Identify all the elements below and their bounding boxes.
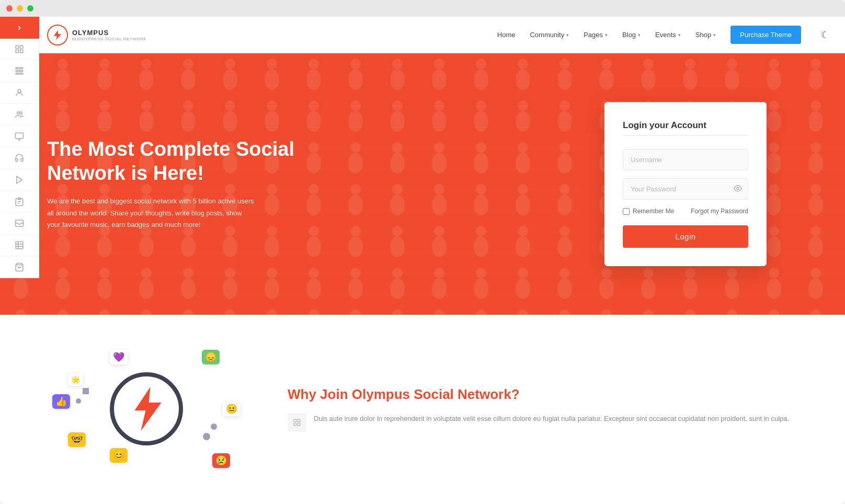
- events-chevron: ▾: [678, 32, 681, 38]
- float-emoji-neutral: 😐: [223, 403, 241, 415]
- sidebar-item-play[interactable]: [0, 169, 39, 191]
- svg-point-9: [20, 112, 22, 114]
- float-emoji-happy2: 😊: [110, 450, 128, 461]
- nav-shop[interactable]: Shop ▾: [695, 31, 716, 39]
- svg-rect-3: [20, 50, 23, 52]
- nav-events[interactable]: Events ▾: [655, 31, 681, 39]
- community-chevron: ▾: [566, 32, 569, 38]
- svg-point-7: [18, 89, 21, 93]
- browser-container: ›: [0, 17, 845, 504]
- sidebar-item-inbox[interactable]: [0, 213, 39, 235]
- sidebar-item-clipboard[interactable]: [0, 191, 39, 213]
- dark-mode-icon[interactable]: ☾: [821, 29, 829, 41]
- sidebar-item-grid[interactable]: [0, 39, 39, 61]
- why-title: Why Join Olympus Social Network?: [288, 386, 798, 403]
- why-visual: 💜 😞 🌟 👍 🤓 😊 😢 😐: [47, 346, 246, 472]
- svg-marker-29: [135, 387, 162, 431]
- svg-rect-32: [294, 423, 296, 426]
- float-emoji-sad1: 😞: [202, 351, 220, 363]
- sidebar-item-file[interactable]: [0, 60, 39, 82]
- sidebar-item-user[interactable]: [0, 82, 39, 104]
- nav-links: Home Community ▾ Pages ▾ Blog ▾ Events ▾…: [497, 26, 829, 44]
- svg-rect-6: [16, 73, 23, 74]
- hero-content: The Most Complete Social Network is Here…: [47, 138, 309, 230]
- window-chrome: [0, 0, 845, 17]
- login-divider: [623, 135, 748, 136]
- sidebar-item-table[interactable]: [0, 235, 39, 257]
- password-field-wrap: [623, 178, 748, 200]
- logo-icon: [47, 25, 68, 45]
- svg-rect-5: [16, 70, 23, 71]
- sidebar-item-headphones[interactable]: [0, 147, 39, 169]
- login-card: Login your Account Remember Me: [604, 102, 767, 266]
- why-logo-circle: [110, 372, 183, 445]
- traffic-light-green[interactable]: [27, 5, 33, 12]
- remember-me-checkbox[interactable]: [623, 208, 630, 215]
- why-join-section: 💜 😞 🌟 👍 🤓 😊 😢 😐: [0, 315, 845, 503]
- hero-section: The Most Complete Social Network is Here…: [0, 53, 845, 315]
- nav-pages[interactable]: Pages ▾: [584, 31, 608, 39]
- login-card-title: Login your Account: [623, 120, 748, 131]
- hero-description: We are the best and biggest social netwo…: [47, 196, 256, 230]
- svg-rect-4: [16, 67, 23, 68]
- hero-title: The Most Complete Social Network is Here…: [47, 138, 309, 185]
- svg-rect-2: [16, 50, 18, 52]
- sidebar-item-users[interactable]: [0, 104, 39, 126]
- svg-rect-0: [16, 45, 18, 48]
- why-content: Why Join Olympus Social Network? Duis au…: [288, 386, 798, 432]
- sidebar-item-monitor[interactable]: [0, 125, 39, 147]
- why-feature-icon: [288, 413, 306, 432]
- why-icon-row: Duis aute irure dolor in reprehenderit i…: [288, 413, 798, 432]
- svg-rect-30: [294, 419, 296, 422]
- float-emoji-thumbsup: 👍: [52, 396, 70, 407]
- username-field-wrap: [623, 149, 748, 170]
- logo-text: OLYMPUS BUDDYPRESS SOCIAL NETWORK: [72, 29, 146, 41]
- float-emoji-happy: 🌟: [68, 375, 83, 384]
- logo[interactable]: OLYMPUS BUDDYPRESS SOCIAL NETWORK: [47, 25, 146, 45]
- password-input[interactable]: [623, 178, 748, 200]
- svg-rect-33: [298, 423, 300, 426]
- why-description: Duis aute irure dolor in reprehenderit i…: [314, 413, 789, 425]
- float-emoji-heart: 💜: [110, 351, 128, 363]
- traffic-light-red[interactable]: [6, 5, 13, 12]
- svg-rect-1: [20, 45, 23, 48]
- shop-chevron: ▾: [713, 32, 716, 38]
- login-button[interactable]: Login: [623, 225, 748, 248]
- dot-4: [203, 433, 210, 440]
- dot-2: [76, 398, 81, 404]
- blog-chevron: ▾: [638, 32, 641, 38]
- float-emoji-sad2: 😢: [212, 455, 230, 466]
- password-toggle-icon[interactable]: [734, 184, 742, 194]
- svg-point-8: [17, 112, 20, 114]
- float-emoji-glasses: 🤓: [68, 434, 86, 445]
- sidebar: ›: [0, 17, 39, 278]
- forgot-password-link[interactable]: Forgot my Password: [691, 208, 748, 215]
- dot-1: [83, 388, 89, 394]
- svg-marker-24: [54, 30, 62, 39]
- nav-home[interactable]: Home: [497, 31, 516, 39]
- username-input[interactable]: [623, 149, 748, 170]
- toggle-icon: ›: [18, 22, 21, 33]
- nav-community[interactable]: Community ▾: [530, 31, 569, 39]
- sidebar-item-shop[interactable]: [0, 256, 39, 278]
- remember-me-label: Remember Me: [633, 208, 674, 215]
- nav-blog[interactable]: Blog ▾: [622, 31, 641, 39]
- svg-rect-31: [298, 419, 300, 422]
- svg-marker-13: [17, 176, 22, 184]
- svg-rect-10: [16, 133, 24, 139]
- pages-chevron: ▾: [605, 32, 608, 38]
- svg-rect-19: [16, 242, 23, 249]
- purchase-theme-button[interactable]: Purchase Theme: [730, 26, 801, 44]
- login-options: Remember Me Forgot my Password: [623, 208, 748, 215]
- traffic-light-yellow[interactable]: [17, 5, 23, 12]
- dot-3: [211, 423, 217, 430]
- sidebar-toggle[interactable]: ›: [0, 17, 39, 39]
- svg-point-28: [737, 187, 739, 189]
- navbar: OLYMPUS BUDDYPRESS SOCIAL NETWORK Home C…: [0, 17, 845, 53]
- remember-me-wrap[interactable]: Remember Me: [623, 208, 674, 215]
